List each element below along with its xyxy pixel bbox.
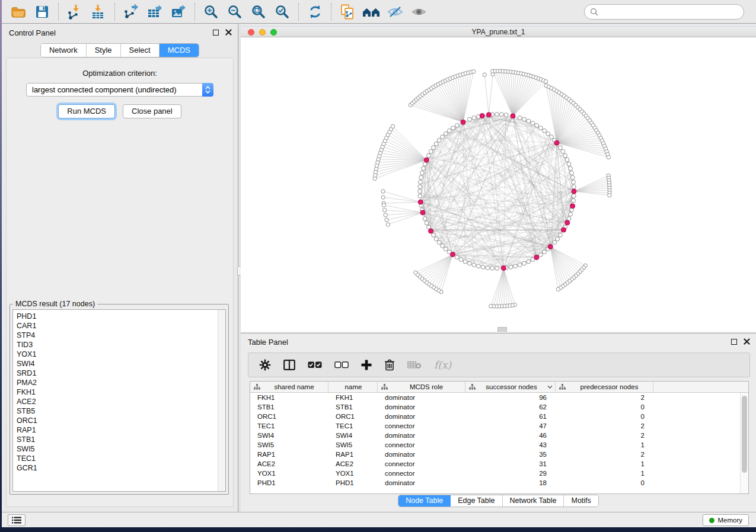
mcds-result-item[interactable]: TID3	[17, 340, 217, 350]
table-row[interactable]: ACE2ACE2connector311	[250, 459, 740, 469]
copy-network-icon	[340, 4, 355, 20]
mcds-result-item[interactable]: CAR1	[17, 321, 217, 331]
table-cell: TEC1	[250, 422, 328, 430]
network-window-titlebar[interactable]: YPA_prune.txt_1	[241, 26, 756, 37]
close-table-panel-button[interactable]	[744, 338, 750, 345]
export-image-icon	[171, 4, 187, 20]
table-scrollbar[interactable]	[740, 393, 748, 493]
delete-column-button[interactable]	[384, 359, 395, 371]
table-row[interactable]: RAP1RAP1dominator352	[250, 450, 740, 459]
mcds-result-item[interactable]: STB1	[17, 435, 217, 444]
refresh-button[interactable]	[303, 2, 327, 22]
copy-network-button[interactable]	[336, 2, 359, 22]
shared-column-icon	[381, 384, 388, 390]
network-canvas[interactable]	[241, 37, 756, 332]
split-columns-button[interactable]	[283, 360, 295, 370]
mcds-result-item[interactable]: RAP1	[17, 425, 217, 435]
panel-menu-button[interactable]	[8, 514, 25, 526]
mcds-result-list[interactable]: PHD1CAR1STP4TID3YOX1SWI4SRD1PMA2FKH1ACE2…	[13, 310, 217, 491]
mcds-result-item[interactable]: PMA2	[17, 378, 217, 387]
memory-button[interactable]: Memory	[703, 514, 749, 526]
search-input[interactable]	[602, 6, 744, 18]
first-neighbors-button[interactable]	[359, 2, 383, 22]
window-close-icon[interactable]	[248, 29, 254, 36]
zoom-fit-button[interactable]	[247, 2, 270, 22]
table-cell: SWI4	[250, 432, 328, 439]
function-builder-button[interactable]: f(x)	[434, 359, 451, 371]
table-cell: STB1	[328, 403, 378, 411]
tab-mcds[interactable]: MCDS	[160, 44, 199, 57]
table-tab-network-table[interactable]: Network Table	[503, 495, 564, 507]
table-cell: 29	[465, 470, 556, 477]
float-panel-button[interactable]	[213, 30, 219, 36]
table-row[interactable]: ORC1ORC1dominator610	[250, 412, 740, 421]
column-header-shared-name[interactable]: shared name	[250, 382, 328, 392]
mcds-result-item[interactable]: STB5	[17, 406, 217, 416]
table-row[interactable]: SWI5SWI5connector431	[250, 440, 740, 450]
import-network-icon	[67, 4, 82, 20]
table-tab-motifs[interactable]: Motifs	[564, 495, 598, 507]
float-table-panel-button[interactable]	[731, 339, 737, 345]
tab-select[interactable]: Select	[121, 44, 160, 57]
table-tabs: Node TableEdge TableNetwork TableMotifs	[241, 495, 756, 507]
window-minimize-icon[interactable]	[259, 29, 266, 36]
run-mcds-button[interactable]: Run MCDS	[58, 104, 115, 118]
result-list-scrollbar[interactable]	[218, 310, 225, 491]
table-tab-edge-table[interactable]: Edge Table	[451, 495, 502, 507]
table-cell: 31	[465, 460, 556, 467]
node-table: shared namenameMCDS rolesuccessor nodesp…	[250, 381, 749, 494]
close-panel-button[interactable]	[225, 29, 232, 36]
export-table-button[interactable]	[143, 2, 167, 22]
tab-style[interactable]: Style	[87, 44, 121, 57]
table-row[interactable]: SWI4SWI4dominator462	[250, 431, 740, 440]
column-header-predecessor-nodes[interactable]: predecessor nodes	[556, 382, 653, 392]
window-maximize-icon[interactable]	[270, 29, 277, 36]
horizontal-splitter-grip[interactable]	[497, 327, 507, 332]
close-mcds-panel-button[interactable]: Close panel	[123, 104, 181, 118]
mcds-result-item[interactable]: GCR1	[17, 463, 217, 473]
import-table-button[interactable]	[87, 2, 110, 22]
add-column-button[interactable]	[361, 360, 372, 370]
zoom-out-button[interactable]	[223, 2, 247, 22]
delete-table-button[interactable]	[407, 361, 422, 369]
table-cell: YOX1	[328, 470, 378, 477]
mcds-result-item[interactable]: PHD1	[17, 312, 217, 321]
mcds-result-item[interactable]: STP4	[17, 331, 217, 340]
export-network-button[interactable]	[119, 2, 143, 22]
mcds-result-item[interactable]: SWI4	[17, 359, 217, 368]
table-row[interactable]: STB1STB1dominator620	[250, 402, 740, 412]
mcds-result-item[interactable]: FKH1	[17, 387, 217, 397]
select-stepper-icon	[202, 83, 213, 97]
table-cell: 47	[465, 422, 556, 430]
table-tab-node-table[interactable]: Node Table	[398, 495, 451, 507]
mcds-result-item[interactable]: ACE2	[17, 397, 217, 406]
mcds-result-item[interactable]: TEC1	[17, 454, 217, 463]
column-header-name[interactable]: name	[328, 382, 378, 392]
criterion-select[interactable]: largest connected component (undirected)	[26, 83, 213, 97]
column-header-MCDS-role[interactable]: MCDS role	[378, 382, 465, 392]
table-row[interactable]: PHD1PHD1dominator180	[250, 478, 740, 488]
select-all-button[interactable]	[308, 361, 322, 368]
zoom-selected-button[interactable]	[270, 2, 294, 22]
export-image-button[interactable]	[167, 2, 190, 22]
table-scrollbar-thumb[interactable]	[742, 396, 747, 473]
table-row[interactable]: YOX1YOX1connector291	[250, 469, 740, 478]
mcds-result-item[interactable]: SRD1	[17, 368, 217, 378]
open-file-button[interactable]	[7, 2, 30, 22]
save-session-button[interactable]	[30, 2, 54, 22]
table-row[interactable]: FKH1FKH1dominator962	[250, 393, 740, 402]
deselect-all-button[interactable]	[334, 361, 349, 368]
mcds-result-item[interactable]: YOX1	[17, 350, 217, 359]
tab-network[interactable]: Network	[41, 44, 87, 57]
mcds-result-item[interactable]: ORC1	[17, 416, 217, 425]
show-all-button[interactable]	[407, 2, 430, 22]
table-settings-button[interactable]	[259, 359, 271, 371]
import-network-button[interactable]	[63, 2, 87, 22]
column-header-successor-nodes[interactable]: successor nodes	[465, 382, 556, 392]
mcds-result-item[interactable]: SWI5	[17, 444, 217, 454]
hide-selected-button[interactable]	[383, 2, 407, 22]
toolbar-separator	[114, 3, 115, 21]
table-cell: 18	[465, 479, 556, 486]
zoom-in-button[interactable]	[199, 2, 223, 22]
table-row[interactable]: TEC1TEC1connector472	[250, 421, 740, 431]
